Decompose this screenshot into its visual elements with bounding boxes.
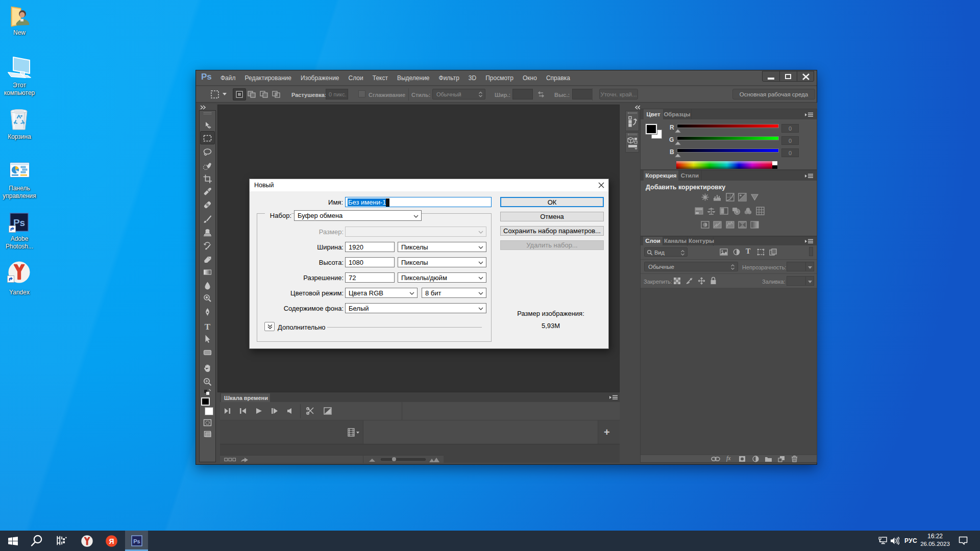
svg-text:T: T xyxy=(205,322,211,331)
svg-text:Ps: Ps xyxy=(133,538,140,544)
svg-text:Я: Я xyxy=(109,537,114,545)
